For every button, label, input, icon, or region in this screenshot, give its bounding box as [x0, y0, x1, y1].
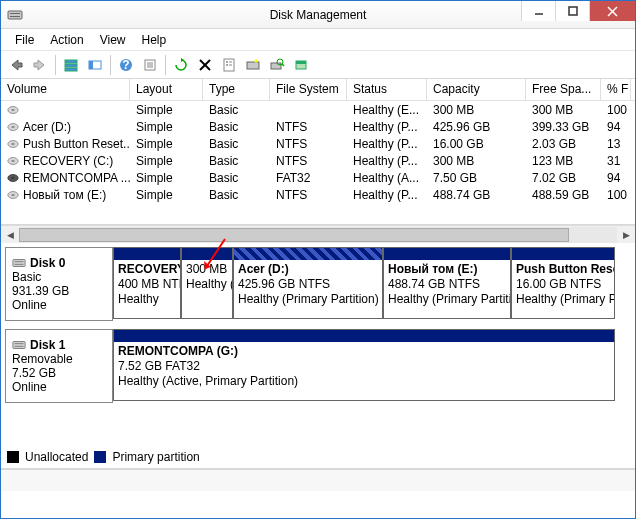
col-capacity[interactable]: Capacity [427, 79, 526, 100]
help-icon[interactable]: ? [115, 54, 137, 76]
partition[interactable]: Push Button Reset16.00 GB NTFSHealthy (P… [511, 247, 615, 319]
svg-rect-30 [296, 61, 306, 64]
disk-info[interactable]: Disk 1Removable7.52 GBOnline [5, 329, 113, 403]
legend-primary-swatch [94, 451, 106, 463]
partition[interactable]: Новый том (E:)488.74 GB NTFSHealthy (Pri… [383, 247, 511, 319]
table-row[interactable]: Новый том (E:)SimpleBasicNTFSHealthy (P.… [1, 186, 635, 203]
menu-view[interactable]: View [92, 31, 134, 49]
graphical-view: Disk 0Basic931.39 GBOnlineRECOVERY400 MB… [1, 243, 635, 468]
svg-rect-4 [569, 7, 577, 15]
horizontal-scrollbar[interactable]: ◀ ▶ [1, 225, 635, 243]
menu-action[interactable]: Action [42, 31, 91, 49]
svg-rect-45 [15, 261, 24, 262]
svg-rect-25 [247, 62, 259, 69]
svg-point-40 [11, 176, 14, 178]
disk-row: Disk 1Removable7.52 GBOnlineREMONTCOMPA … [5, 329, 631, 403]
svg-point-32 [11, 108, 14, 110]
content-area: Volume Layout Type File System Status Ca… [1, 79, 635, 469]
maximize-button[interactable] [555, 1, 589, 21]
col-filesystem[interactable]: File System [270, 79, 347, 100]
svg-rect-7 [65, 60, 77, 63]
col-free[interactable]: Free Spa... [526, 79, 601, 100]
wizard-icon[interactable] [242, 54, 264, 76]
view-graphical-button[interactable] [84, 54, 106, 76]
svg-point-34 [11, 125, 14, 127]
svg-rect-47 [13, 342, 25, 349]
svg-point-21 [226, 61, 228, 63]
disk-row: Disk 0Basic931.39 GBOnlineRECOVERY400 MB… [5, 247, 631, 321]
partition[interactable]: REMONTCOMPA (G:)7.52 GB FAT32Healthy (Ac… [113, 329, 615, 401]
close-button[interactable] [589, 1, 635, 21]
svg-rect-26 [271, 63, 281, 69]
table-row[interactable]: REMONTCOMPA ...SimpleBasicFAT32Healthy (… [1, 169, 635, 186]
scroll-right-icon[interactable]: ▶ [617, 227, 635, 243]
titlebar: Disk Management [1, 1, 635, 29]
svg-rect-48 [15, 343, 24, 344]
view-list-button[interactable] [60, 54, 82, 76]
table-row[interactable]: SimpleBasicHealthy (E...300 MB300 MB100 [1, 101, 635, 118]
minimize-button[interactable] [521, 1, 555, 21]
col-volume[interactable]: Volume [1, 79, 130, 100]
menubar: File Action View Help [1, 29, 635, 51]
delete-icon[interactable] [194, 54, 216, 76]
annotation-arrow [201, 237, 231, 277]
svg-rect-49 [15, 346, 24, 347]
statusbar [1, 469, 635, 491]
settings-button[interactable] [139, 54, 161, 76]
svg-rect-8 [65, 64, 77, 67]
attach-vhd-icon[interactable] [290, 54, 312, 76]
svg-rect-44 [13, 260, 25, 267]
svg-rect-11 [89, 61, 93, 69]
svg-point-36 [11, 142, 14, 144]
legend-primary: Primary partition [112, 450, 199, 464]
col-percent[interactable]: % F [601, 79, 631, 100]
table-row[interactable]: Acer (D:)SimpleBasicNTFSHealthy (P...425… [1, 118, 635, 135]
table-row[interactable]: RECOVERY (C:)SimpleBasicNTFSHealthy (P..… [1, 152, 635, 169]
properties-icon[interactable] [218, 54, 240, 76]
legend-unallocated: Unallocated [25, 450, 88, 464]
back-button[interactable] [5, 54, 27, 76]
scroll-left-icon[interactable]: ◀ [1, 227, 19, 243]
svg-rect-46 [15, 264, 24, 265]
svg-point-23 [226, 64, 228, 66]
menu-file[interactable]: File [7, 31, 42, 49]
table-row[interactable]: Push Button Reset...SimpleBasicNTFSHealt… [1, 135, 635, 152]
svg-line-28 [282, 64, 284, 66]
partition[interactable]: Acer (D:)425.96 GB NTFSHealthy (Primary … [233, 247, 383, 319]
svg-rect-9 [65, 68, 77, 71]
legend: Unallocated Primary partition [7, 450, 200, 464]
col-layout[interactable]: Layout [130, 79, 203, 100]
partition[interactable]: RECOVERY400 MB NTFSHealthy [113, 247, 181, 319]
volume-list[interactable]: Volume Layout Type File System Status Ca… [1, 79, 635, 225]
rescan-icon[interactable] [266, 54, 288, 76]
col-type[interactable]: Type [203, 79, 270, 100]
toolbar: ? [1, 51, 635, 79]
menu-help[interactable]: Help [134, 31, 175, 49]
col-status[interactable]: Status [347, 79, 427, 100]
svg-point-42 [11, 193, 14, 195]
refresh-icon[interactable] [170, 54, 192, 76]
svg-point-38 [11, 159, 14, 161]
legend-unallocated-swatch [7, 451, 19, 463]
svg-text:?: ? [122, 58, 129, 72]
disk-info[interactable]: Disk 0Basic931.39 GBOnline [5, 247, 113, 321]
forward-button[interactable] [29, 54, 51, 76]
column-headers: Volume Layout Type File System Status Ca… [1, 79, 635, 101]
